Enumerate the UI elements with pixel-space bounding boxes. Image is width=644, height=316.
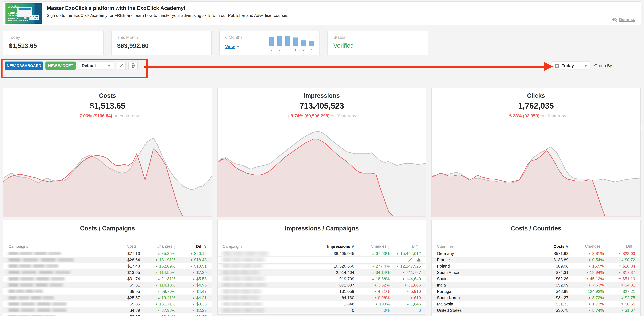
- row-value: $89.06: [528, 264, 574, 268]
- table-row[interactable]: 16,526,660▲277.4%▲12,147,525: [218, 263, 426, 269]
- edit-icon[interactable]: [408, 257, 412, 262]
- row-name: Germany: [432, 251, 528, 256]
- table-row[interactable]: Spain$62.26▼45.12%▼$51.19: [432, 275, 640, 282]
- table-row[interactable]: $0.87▲89.04%▲$0.37: [3, 313, 212, 316]
- row-diff: ▲1,846: [395, 302, 426, 306]
- chevron-down-icon: [236, 46, 239, 48]
- table-row[interactable]: $17.43▲152.09%▲$10.51: [3, 263, 212, 269]
- row-change: ▲0.54%: [574, 257, 609, 262]
- table-row[interactable]: France$133.89▲0.54%▲$0.72: [432, 257, 640, 263]
- row-diff: ▲741,787: [395, 270, 426, 275]
- area-chart: [218, 120, 426, 217]
- table-row[interactable]: 919,799▲18.66%▲144,640: [218, 275, 426, 282]
- table-row[interactable]: $9.31▲114.18%▲$4.96: [3, 282, 212, 288]
- sort-icon: ▲▼: [633, 246, 635, 249]
- column-header[interactable]: Diff∨: [180, 244, 212, 249]
- row-name: Portugal: [432, 289, 528, 294]
- row-value: $30.78: [528, 308, 574, 313]
- row-diff: ▲$5.58: [180, 276, 212, 281]
- table-row[interactable]: $77.13▲35.35%▲$20.15: [3, 250, 212, 257]
- table-row[interactable]: $8.95▲99.76%▲$4.47: [3, 288, 212, 294]
- row-diff: ▼619: [395, 295, 426, 300]
- table-row[interactable]: 1,846▲100%▲1,846: [218, 301, 426, 307]
- table-row[interactable]: Portugal$48.99▲124.92%▲$27.21: [432, 288, 640, 294]
- table-row[interactable]: South Korea$34.27▲8.72%▲$2.75: [432, 294, 640, 301]
- chart-card-clicks: Clicks 1,762,035 ↓ 5.28% (92,953) on Yes…: [432, 88, 641, 217]
- table-row[interactable]: 872,887▼3.52%▼31,806: [218, 282, 426, 288]
- table-row[interactable]: $4.89▲87.98%▲$2.29: [3, 307, 212, 313]
- table-row[interactable]: [218, 257, 426, 263]
- column-header[interactable]: Changes▲▼: [574, 244, 609, 249]
- mini-bar-label: J: [270, 48, 274, 51]
- table-row[interactable]: 00%0: [218, 307, 426, 313]
- row-change: ▼0.96%: [359, 295, 395, 300]
- row-diff: ▲$20.15: [180, 251, 212, 256]
- row-diff: ▲$10.51: [180, 264, 212, 268]
- sort-icon: ▲▼: [388, 246, 390, 249]
- table-row[interactable]: India$52.09▼7.63%▼$4.31: [432, 282, 640, 288]
- column-header[interactable]: Changes▲▼: [145, 244, 180, 249]
- row-name: France: [432, 257, 528, 262]
- column-header[interactable]: Campaigns: [218, 244, 314, 249]
- row-change: ▲99.76%: [145, 289, 180, 294]
- blurred-name: [223, 302, 263, 306]
- stat-value: $63,992.60: [117, 42, 148, 50]
- view-link[interactable]: View: [225, 44, 239, 49]
- table-row[interactable]: $28.64▲181.91%▲$18.48: [3, 257, 212, 263]
- stats-icon[interactable]: [416, 257, 421, 262]
- table-row[interactable]: Malaysia$31.33▼1.73%▼$0.55: [432, 301, 640, 307]
- column-header[interactable]: Diff▲▼: [609, 244, 640, 249]
- table-row[interactable]: United States$30.78▲5.74%▲$1.67: [432, 307, 640, 313]
- column-header[interactable]: Costs∨: [528, 244, 574, 249]
- sort-icon: ▲▼: [419, 246, 421, 249]
- row-change: ▲19.41%: [145, 295, 180, 300]
- row-change: ▼4.31%: [359, 289, 395, 294]
- column-header[interactable]: Impressions∨: [314, 244, 359, 249]
- table-row[interactable]: $13.65▲114.55%▲$7.29: [3, 269, 212, 275]
- promo-image-text: Master ExoClick's platform by joining th…: [8, 12, 28, 22]
- table-row[interactable]: $5.85▲131.71%▲$3.33: [3, 301, 212, 307]
- pencil-icon: [408, 257, 412, 262]
- sort-desc-icon: ∨: [352, 244, 354, 249]
- table-row[interactable]: $25.87▲19.41%▲$4.21: [3, 294, 212, 301]
- column-header[interactable]: Campaigns: [3, 244, 99, 249]
- table-row[interactable]: 38,405,045▲67.63%▲15,494,612: [218, 250, 426, 257]
- table-row[interactable]: 2,914,404▲34.14%▲741,787: [218, 269, 426, 275]
- promo-banner-image: exoClick Master ExoClick's platform by j…: [6, 3, 42, 24]
- table-row[interactable]: 131,059▼4.31%▼5,910: [218, 288, 426, 294]
- column-header[interactable]: Costs▲▼: [99, 244, 145, 249]
- chart-change: ↓ 5.28% (92,953) on Yesterday: [432, 113, 640, 119]
- row-value: $31.33: [528, 302, 574, 306]
- table-row[interactable]: 64,130▼0.96%▼619: [218, 294, 426, 301]
- table-row[interactable]: South Africa$74.31▼18.94%▼$17.37: [432, 269, 640, 275]
- new-dashboard-button[interactable]: NEW DASHBOARD: [5, 62, 43, 70]
- row-change: ▲21.31%: [145, 276, 180, 281]
- chart-value: 713,405,523: [218, 101, 426, 110]
- edit-dashboard-button[interactable]: [116, 62, 126, 70]
- dashboard-select[interactable]: Default: [78, 62, 114, 70]
- column-header[interactable]: Diff▲▼: [395, 244, 426, 249]
- row-diff: ▲$4.96: [180, 283, 212, 287]
- mini-bar: [302, 41, 306, 46]
- dismiss-button[interactable]: Dismiss: [612, 17, 635, 22]
- area-chart: [3, 120, 212, 217]
- row-change: ▲181.91%: [145, 257, 180, 262]
- table-row[interactable]: $31.74▲21.31%▲$5.58: [3, 275, 212, 282]
- row-change: ▲152.09%: [145, 264, 180, 268]
- column-header[interactable]: Changes▲▼: [359, 244, 395, 249]
- table-title: Impressions / Campaigns: [218, 225, 426, 232]
- data-table: CampaignsImpressions∨Changes▲▼Diff▲▼38,4…: [218, 243, 426, 313]
- mini-bar-label: S: [294, 48, 298, 51]
- date-range-picker[interactable]: Today: [552, 62, 590, 70]
- new-widget-button[interactable]: NEW WIDGET: [46, 62, 76, 70]
- row-value: $9.31: [99, 283, 145, 287]
- mini-bar-label: O: [302, 48, 306, 51]
- table-card-costs-countries: Costs / Countries CountriesCosts∨Changes…: [432, 220, 641, 316]
- table-row[interactable]: Poland$89.06▼15.5%▼$16.34: [432, 263, 640, 269]
- data-table: CountriesCosts∨Changes▲▼Diff▲▼Germany$57…: [432, 243, 640, 313]
- table-row[interactable]: Germany$571.93▼3.81%▼$22.63: [432, 250, 640, 257]
- row-change: ▲34.14%: [359, 270, 395, 275]
- column-header[interactable]: Countries: [432, 244, 528, 249]
- row-value: $571.93: [528, 251, 574, 256]
- delete-dashboard-button[interactable]: [128, 62, 138, 70]
